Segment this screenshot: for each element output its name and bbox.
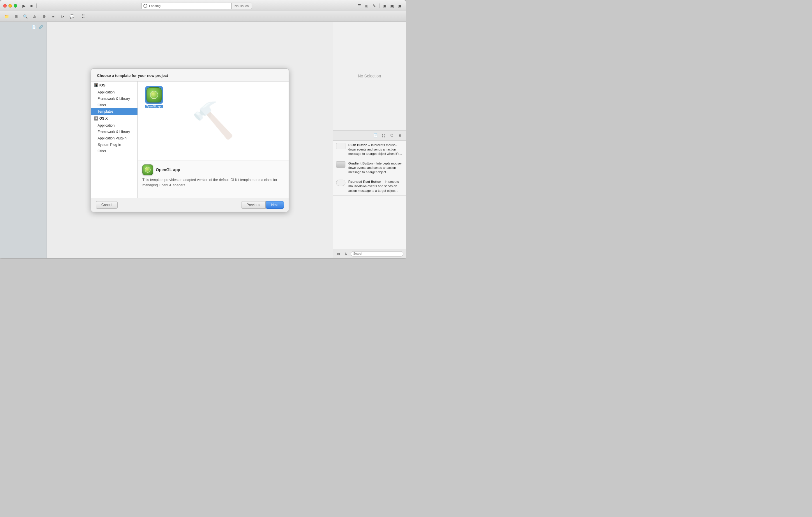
osx-label: OS X bbox=[99, 116, 108, 121]
opengl-icon bbox=[146, 87, 162, 102]
rounded-rect-button-item: Rounded Rect Button – Intercepts mouse-d… bbox=[333, 177, 406, 195]
ios-label: iOS bbox=[99, 83, 106, 87]
opengl-template-item[interactable]: OpenGL app bbox=[142, 86, 166, 108]
main-content: 📄 🔗 Choose a template for your new proje… bbox=[0, 22, 406, 258]
right-panel-toolbar: 📄 { } ⬡ ⊞ bbox=[333, 131, 406, 141]
list-alt-button[interactable]: ≡ bbox=[49, 13, 57, 20]
osx-framework-item[interactable]: Framework & Library bbox=[91, 129, 138, 135]
no-selection-area: No Selection bbox=[333, 22, 406, 131]
titlebar-center: Loading No Issues bbox=[39, 3, 354, 9]
ios-framework-item[interactable]: Framework & Library bbox=[91, 95, 138, 102]
sidebar-doc-icon[interactable]: 📄 bbox=[30, 24, 37, 31]
push-button-icon bbox=[336, 143, 345, 149]
template-grid-area: 🔨 OpenGL app bbox=[138, 82, 289, 198]
template-dialog: Choose a template for your new project 📱… bbox=[91, 68, 289, 212]
toolbar: 📁 ⊞ 🔍 ⚠ ⊕ ≡ ⊳ 💬 ⠿ bbox=[0, 11, 406, 22]
grid-dots-button[interactable]: ⠿ bbox=[80, 13, 87, 20]
separator bbox=[36, 3, 37, 8]
gradient-button-item: Gradient Button – Intercepts mouse-down … bbox=[333, 159, 406, 177]
sidebar-toolbar: 📄 🔗 bbox=[0, 22, 47, 32]
detail-description: This template provides an adapted versio… bbox=[142, 177, 284, 188]
no-issues-text: No Issues bbox=[231, 3, 252, 9]
detail-header: OpenGL app bbox=[142, 164, 284, 175]
panel-grid-tab[interactable]: ⊞ bbox=[396, 132, 403, 139]
right-panel-content: Push Button – Intercepts mouse-down even… bbox=[333, 141, 406, 249]
gradient-button-text: Gradient Button – Intercepts mouse-down … bbox=[348, 161, 403, 175]
center-area: Choose a template for your new project 📱… bbox=[47, 22, 333, 258]
panel-cube-tab[interactable]: ⬡ bbox=[388, 132, 395, 139]
titlebar-right: ☰ ⊞ ✎ ▣ ▣ ▣ bbox=[356, 3, 403, 9]
osx-other-item[interactable]: Other bbox=[91, 148, 138, 154]
close-button[interactable] bbox=[3, 4, 7, 7]
ios-section-header: 📱 iOS bbox=[91, 82, 138, 89]
view-grid-button[interactable]: ⊞ bbox=[364, 3, 370, 9]
loading-text: Loading bbox=[149, 4, 231, 7]
hierarchy-button[interactable]: ⊞ bbox=[12, 13, 20, 20]
stop-button[interactable]: ■ bbox=[28, 3, 35, 9]
panel-search-input[interactable] bbox=[351, 251, 403, 256]
ios-application-item[interactable]: Application bbox=[91, 89, 138, 95]
dialog-title: Choose a template for your new project bbox=[91, 69, 289, 82]
previous-button[interactable]: Previous bbox=[241, 201, 266, 209]
loading-spinner bbox=[143, 4, 147, 8]
diff-button[interactable]: ⊕ bbox=[40, 13, 48, 20]
warning-button[interactable]: ⚠ bbox=[31, 13, 39, 20]
template-icon-label: OpenGL app bbox=[145, 105, 163, 108]
icon-wrapper bbox=[145, 86, 163, 103]
main-window: ▶ ■ Loading No Issues ☰ ⊞ ✎ ▣ ▣ ▣ 📁 ⊞ 🔍 … bbox=[0, 0, 406, 258]
maximize-button[interactable] bbox=[14, 4, 17, 7]
gradient-button-title: Gradient Button bbox=[348, 161, 373, 165]
push-button-item: Push Button – Intercepts mouse-down even… bbox=[333, 141, 406, 159]
next-button[interactable]: Next bbox=[266, 201, 284, 209]
rounded-rect-button-icon bbox=[336, 180, 345, 186]
chat-button[interactable]: 💬 bbox=[68, 13, 76, 20]
sidebar-nav-icon[interactable]: 🔗 bbox=[37, 24, 44, 31]
dialog-body: 📱 iOS Application Framework & Library Ot… bbox=[91, 82, 289, 198]
rounded-rect-button-text: Rounded Rect Button – Intercepts mouse-d… bbox=[348, 180, 403, 193]
opengl-icon-inner bbox=[150, 91, 158, 99]
osx-sysplug-item[interactable]: System Plug-in bbox=[91, 142, 138, 148]
panel-center-button[interactable]: ▣ bbox=[389, 3, 395, 9]
grid-view-button[interactable]: ⊞ bbox=[336, 251, 341, 257]
osx-application-item[interactable]: Application bbox=[91, 122, 138, 129]
gradient-button-icon bbox=[336, 161, 345, 168]
ios-icon: 📱 bbox=[94, 83, 98, 87]
folder-button[interactable]: 📁 bbox=[3, 13, 11, 20]
push-button-title: Push Button bbox=[348, 143, 367, 147]
no-selection-text: No Selection bbox=[358, 74, 381, 78]
panel-left-button[interactable]: ▣ bbox=[381, 3, 388, 9]
refresh-button[interactable]: ↻ bbox=[343, 251, 349, 257]
template-detail: OpenGL app This template provides an ada… bbox=[138, 160, 289, 198]
right-panel: No Selection 📄 { } ⬡ ⊞ Push Button – Int… bbox=[333, 22, 406, 258]
panel-code-tab[interactable]: { } bbox=[380, 132, 387, 139]
osx-plugin-item[interactable]: Application Plug-in bbox=[91, 135, 138, 142]
push-button-text: Push Button – Intercepts mouse-down even… bbox=[348, 143, 403, 156]
left-sidebar: 📄 🔗 bbox=[0, 22, 47, 258]
view-edit-button[interactable]: ✎ bbox=[371, 3, 377, 9]
traffic-lights bbox=[3, 4, 17, 7]
play-button[interactable]: ▶ bbox=[21, 3, 27, 9]
rounded-rect-button-title: Rounded Rect Button bbox=[348, 180, 381, 183]
right-panel-footer: ⊞ ↻ bbox=[333, 249, 406, 258]
minimize-button[interactable] bbox=[8, 4, 12, 7]
template-grid: 🔨 OpenGL app bbox=[138, 82, 289, 160]
template-list: 📱 iOS Application Framework & Library Ot… bbox=[91, 82, 138, 198]
ios-templates-item[interactable]: Templates bbox=[91, 108, 138, 115]
titlebar: ▶ ■ Loading No Issues ☰ ⊞ ✎ ▣ ▣ ▣ bbox=[0, 0, 406, 11]
panel-doc-tab[interactable]: 📄 bbox=[372, 132, 379, 139]
detail-title: OpenGL app bbox=[156, 168, 180, 172]
detail-icon bbox=[142, 164, 153, 175]
view-list-button[interactable]: ☰ bbox=[356, 3, 362, 9]
panel-right-button[interactable]: ▣ bbox=[396, 3, 403, 9]
search-button[interactable]: 🔍 bbox=[21, 13, 29, 20]
ios-other-item[interactable]: Other bbox=[91, 102, 138, 108]
osx-section-header: 🖥 OS X bbox=[91, 115, 138, 122]
detail-opengl-icon bbox=[142, 164, 153, 175]
nav-buttons: Previous Next bbox=[241, 201, 284, 209]
dialog-footer: Cancel Previous Next bbox=[91, 198, 289, 212]
osx-icon: 🖥 bbox=[94, 116, 98, 121]
bookmark-button[interactable]: ⊳ bbox=[59, 13, 67, 20]
loading-bar: Loading No Issues bbox=[141, 3, 252, 9]
cancel-button[interactable]: Cancel bbox=[96, 201, 118, 209]
detail-opengl-inner bbox=[145, 167, 151, 173]
